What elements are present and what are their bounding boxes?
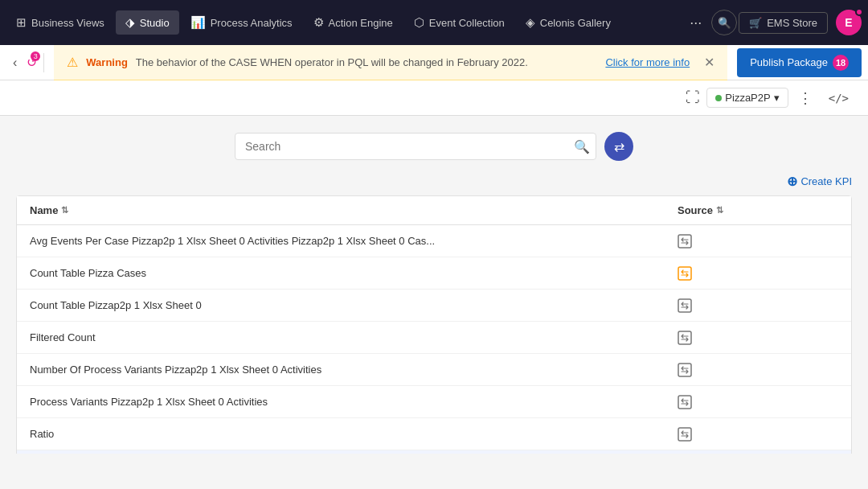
source-icon	[678, 362, 692, 377]
celonis-gallery-icon: ◈	[526, 15, 535, 30]
row-name: Ratio	[30, 428, 678, 440]
table-row[interactable]: Filtered Count	[17, 322, 851, 354]
create-kpi-button[interactable]: ⊕ Create KPI	[787, 174, 852, 189]
studio-icon: ⬗	[125, 15, 135, 30]
process-analytics-icon: 📊	[190, 15, 206, 30]
undo-icon[interactable]: ↺ 3	[27, 55, 37, 70]
create-kpi-bar: ⊕ Create KPI	[16, 174, 852, 189]
row-source	[678, 265, 838, 281]
search-input-wrap: 🔍	[235, 133, 596, 160]
nav-label-action-engine: Action Engine	[329, 17, 393, 29]
avatar-notification-dot	[855, 8, 863, 16]
nav-item-process-analytics[interactable]: 📊 Process Analytics	[181, 10, 302, 35]
column-header-name[interactable]: Name ⇅	[30, 204, 678, 216]
table-row[interactable]: Number Of Process Variants Pizzap2p 1 Xl…	[17, 354, 851, 386]
main-content: 🔍 ⇄ ⊕ Create KPI Name ⇅ Source ⇅ Avg Eve…	[0, 116, 868, 454]
row-name: Count Table Pizzap2p 1 Xlsx Sheet 0	[30, 299, 678, 311]
publish-package-button[interactable]: Publish Package 18	[737, 48, 862, 77]
warning-bar: ⚠ Warning The behavior of the CASE WHEN …	[54, 45, 727, 80]
sort-source-icon: ⇅	[716, 205, 723, 216]
publish-count-badge: 18	[833, 55, 849, 71]
nav-item-action-engine[interactable]: ⚙ Action Engine	[304, 10, 403, 35]
search-input[interactable]	[235, 133, 596, 160]
row-source	[678, 233, 838, 249]
nav-label-business-views: Business Views	[31, 17, 104, 29]
warning-text: The behavior of the CASE WHEN operator i…	[136, 56, 598, 68]
nav-item-event-collection[interactable]: ⬡ Event Collection	[404, 10, 514, 35]
row-source	[678, 298, 838, 313]
user-avatar[interactable]: E	[836, 10, 862, 35]
second-bar: ‹ ↺ 3 ⚠ Warning The behavior of the CASE…	[0, 45, 868, 80]
source-icon	[678, 265, 692, 281]
source-icon	[678, 233, 692, 249]
plus-icon: ⊕	[787, 174, 797, 189]
row-source	[678, 394, 838, 409]
nav-more-dots[interactable]: ···	[682, 10, 710, 36]
source-icon	[678, 298, 692, 313]
row-name: Count Table Pizza Cases	[30, 267, 678, 279]
status-label: PizzaP2P	[725, 92, 770, 104]
warning-link[interactable]: Click for more info	[605, 56, 690, 68]
search-button[interactable]: 🔍	[711, 10, 737, 35]
row-source	[678, 330, 838, 345]
status-badge[interactable]: PizzaP2P ▾	[706, 88, 788, 108]
create-kpi-label: Create KPI	[800, 175, 852, 187]
table-body: Avg Events Per Case Pizzap2p 1 Xlsx Shee…	[17, 225, 851, 454]
row-name: Avg Events Per Case Pizzap2p 1 Xlsx Shee…	[30, 235, 678, 247]
back-button[interactable]: ‹	[6, 52, 23, 73]
filter-button[interactable]: ⇄	[604, 132, 633, 161]
svg-rect-4	[678, 364, 691, 376]
nav-item-business-views[interactable]: ⊞ Business Views	[6, 10, 114, 35]
table-row[interactable]: Total Throughput Time In Days Pizzap2p 1…	[17, 450, 851, 454]
hierarchy-icon[interactable]: ⛶	[686, 89, 700, 106]
table-row[interactable]: Count Table Pizza Cases	[17, 257, 851, 290]
row-name: Filtered Count	[30, 331, 678, 343]
search-submit-icon[interactable]: 🔍	[574, 139, 590, 154]
source-icon	[678, 426, 692, 442]
nav-label-studio: Studio	[140, 17, 170, 29]
action-engine-icon: ⚙	[313, 15, 324, 30]
svg-rect-0	[678, 235, 691, 248]
source-icon	[678, 330, 692, 345]
row-name: Number Of Process Variants Pizzap2p 1 Xl…	[30, 364, 678, 376]
business-views-icon: ⊞	[16, 15, 27, 30]
table-row[interactable]: Process Variants Pizzap2p 1 Xlsx Sheet 0…	[17, 386, 851, 418]
svg-rect-2	[678, 299, 691, 312]
ems-store-button[interactable]: 🛒 EMS Store	[739, 12, 828, 34]
column-header-source[interactable]: Source ⇅	[678, 204, 838, 216]
chevron-left-icon: ‹	[13, 55, 17, 70]
svg-rect-3	[678, 331, 691, 344]
nav-label-celonis-gallery: Celonis Gallery	[540, 17, 611, 29]
warning-label: Warning	[86, 56, 128, 68]
table-header: Name ⇅ Source ⇅	[17, 196, 851, 225]
nav-label-event-collection: Event Collection	[429, 17, 505, 29]
code-view-icon[interactable]: </>	[822, 88, 855, 108]
status-dot	[715, 95, 722, 101]
source-icon	[678, 394, 692, 409]
nav-item-celonis-gallery[interactable]: ◈ Celonis Gallery	[516, 10, 620, 35]
third-bar: ⛶ PizzaP2P ▾ ⋮ </>	[0, 80, 868, 116]
search-container: 🔍 ⇄	[16, 132, 852, 161]
row-source	[678, 426, 838, 442]
svg-rect-1	[678, 267, 691, 280]
search-icon: 🔍	[718, 17, 731, 29]
kpi-table: Name ⇅ Source ⇅ Avg Events Per Case Pizz…	[16, 195, 852, 454]
svg-rect-5	[678, 396, 691, 409]
store-icon: 🛒	[749, 17, 762, 29]
warning-close-icon[interactable]: ✕	[704, 55, 714, 70]
svg-rect-6	[678, 428, 691, 441]
nav-label-process-analytics: Process Analytics	[211, 17, 293, 29]
table-row[interactable]: Count Table Pizzap2p 1 Xlsx Sheet 0	[17, 290, 851, 322]
filter-icon: ⇄	[614, 139, 624, 154]
top-navigation: ⊞ Business Views ⬗ Studio 📊 Process Anal…	[0, 0, 868, 45]
nav-item-studio[interactable]: ⬗ Studio	[116, 10, 179, 35]
row-name: Process Variants Pizzap2p 1 Xlsx Sheet 0…	[30, 396, 678, 408]
warning-icon: ⚠	[67, 55, 78, 70]
event-collection-icon: ⬡	[414, 15, 424, 30]
table-row[interactable]: Ratio	[17, 418, 851, 450]
more-options-icon[interactable]: ⋮	[795, 86, 816, 110]
table-row[interactable]: Avg Events Per Case Pizzap2p 1 Xlsx Shee…	[17, 225, 851, 257]
ems-store-label: EMS Store	[767, 17, 817, 29]
undo-redo-area: ↺ 3	[27, 55, 37, 70]
row-source	[678, 362, 838, 377]
